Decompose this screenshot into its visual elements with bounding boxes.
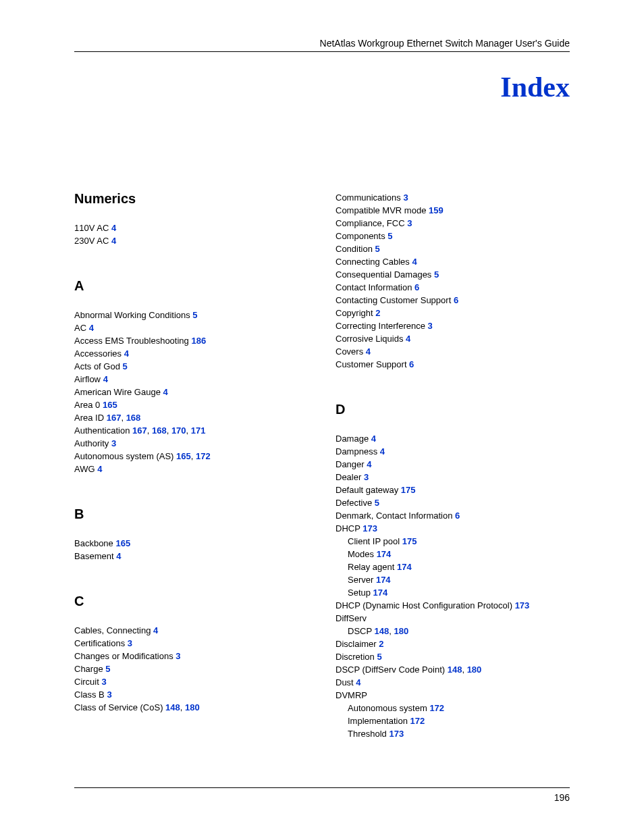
page-link[interactable]: 4 — [111, 236, 116, 246]
page-link[interactable]: 4 — [412, 257, 417, 267]
page-link[interactable]: 168 — [126, 413, 141, 423]
page-link[interactable]: 4 — [406, 334, 410, 344]
page-link[interactable]: 148 — [448, 664, 462, 675]
page-link[interactable]: 186 — [191, 336, 206, 346]
page-link[interactable]: 165 — [103, 400, 117, 410]
page-link[interactable]: 165 — [176, 451, 191, 461]
index-subentry: Relay agent 174 — [336, 561, 570, 573]
entry-label: Access EMS Troubleshooting — [74, 336, 191, 346]
page-link[interactable]: 168 — [152, 425, 167, 436]
entry-label: Discretion — [336, 652, 377, 662]
index-entry: DVMRP — [336, 689, 570, 702]
page-link[interactable]: 167 — [107, 413, 122, 423]
page-link[interactable]: 3 — [403, 192, 408, 203]
entry-label: Client IP pool — [348, 536, 402, 546]
page-link[interactable]: 6 — [409, 359, 414, 369]
page-link[interactable]: 4 — [366, 346, 371, 357]
page-link[interactable]: 173 — [363, 523, 377, 533]
page-link[interactable]: 3 — [364, 472, 369, 482]
page-link[interactable]: 180 — [185, 702, 200, 712]
page-link[interactable]: 174 — [373, 588, 388, 598]
page-link[interactable]: 2 — [379, 639, 383, 649]
page-link[interactable]: 5 — [377, 652, 381, 662]
page-link[interactable]: 5 — [105, 664, 110, 674]
page-link[interactable]: 4 — [111, 223, 116, 233]
page-link[interactable]: 3 — [176, 651, 180, 661]
index-entry: DHCP (Dynamic Host Configuration Protoco… — [336, 599, 570, 612]
page-link[interactable]: 4 — [97, 464, 102, 474]
entry-label: Circuit — [74, 677, 101, 687]
page-link[interactable]: 5 — [192, 310, 197, 320]
index-subentry: Threshold 173 — [336, 727, 570, 740]
page-link[interactable]: 4 — [371, 434, 376, 444]
page-link[interactable]: 172 — [429, 703, 444, 713]
page-link[interactable]: 5 — [434, 269, 439, 280]
page-link[interactable]: 4 — [124, 348, 129, 359]
entry-label: DSCP (DiffServ Code Point) — [336, 664, 448, 675]
page-link[interactable]: 174 — [377, 549, 392, 559]
entry-label: 110V AC — [74, 223, 111, 233]
page-link[interactable]: 148 — [375, 626, 390, 636]
page-link[interactable]: 174 — [376, 575, 391, 585]
page-link[interactable]: 5 — [123, 361, 128, 371]
entry-label: DSCP — [348, 626, 375, 636]
page-link[interactable]: 4 — [163, 387, 168, 397]
page-link[interactable]: 3 — [111, 438, 116, 448]
entry-label: Acts of God — [74, 361, 123, 371]
page-link[interactable]: 5 — [375, 244, 380, 254]
entry-label: Consequential Damages — [336, 269, 434, 280]
index-entry: DSCP (DiffServ Code Point) 148, 180 — [336, 663, 570, 676]
page-link[interactable]: 5 — [387, 231, 392, 241]
page-link[interactable]: 171 — [191, 425, 206, 436]
page-link[interactable]: 4 — [153, 625, 158, 635]
page-link[interactable]: 175 — [401, 485, 416, 495]
page-link[interactable]: 148 — [165, 702, 180, 712]
entry-label: American Wire Gauge — [74, 387, 163, 397]
page-link[interactable]: 180 — [394, 626, 408, 636]
page-link[interactable]: 172 — [196, 451, 211, 461]
page-link[interactable]: 159 — [429, 205, 444, 215]
page-link[interactable]: 174 — [397, 562, 412, 572]
page-link[interactable]: 6 — [414, 282, 419, 292]
entry-label: Certifications — [74, 638, 128, 648]
index-entry: Covers 4 — [336, 345, 570, 358]
page-link[interactable]: 4 — [103, 374, 108, 384]
page-link[interactable]: 167 — [132, 425, 147, 436]
page-link[interactable]: 170 — [171, 425, 186, 436]
entry-label: Area ID — [74, 413, 107, 423]
page-link[interactable]: 2 — [375, 308, 380, 318]
page-link[interactable]: 3 — [428, 321, 433, 331]
page-link[interactable]: 4 — [367, 459, 371, 469]
page-link[interactable]: 173 — [515, 600, 530, 610]
page-link[interactable]: 3 — [407, 218, 412, 228]
page-separator: , — [191, 451, 196, 461]
page-link[interactable]: 172 — [410, 716, 425, 726]
index-entry: Backbone 165 — [74, 537, 308, 550]
index-entry: Dealer 3 — [336, 471, 570, 484]
page-link[interactable]: 3 — [128, 638, 132, 648]
section-gap — [336, 371, 570, 402]
page-link[interactable]: 165 — [115, 538, 130, 548]
page-separator: , — [147, 425, 152, 436]
page-link[interactable]: 6 — [454, 295, 458, 305]
index-entry: Access EMS Troubleshooting 186 — [74, 334, 308, 347]
entry-label: Dampness — [336, 446, 380, 457]
page-link[interactable]: 4 — [89, 323, 94, 333]
page-link[interactable]: 6 — [455, 511, 460, 521]
entry-label: Denmark, Contact Information — [336, 511, 455, 521]
index-section-heading: B — [74, 506, 308, 522]
page-link[interactable]: 5 — [375, 498, 379, 508]
page-link[interactable]: 3 — [107, 689, 111, 700]
entry-label: DiffServ — [336, 613, 367, 623]
page-link[interactable]: 175 — [402, 536, 417, 546]
page-link[interactable]: 4 — [116, 551, 121, 561]
page-link[interactable]: 173 — [389, 729, 404, 739]
index-subentry: Server 174 — [336, 573, 570, 586]
page-link[interactable]: 180 — [467, 664, 482, 675]
index-entry: Copyright 2 — [336, 307, 570, 319]
entry-label: Modes — [348, 549, 377, 559]
page-link[interactable]: 3 — [101, 677, 106, 687]
page-link[interactable]: 4 — [380, 446, 385, 457]
page-link[interactable]: 4 — [356, 677, 360, 687]
section-gap — [74, 475, 308, 506]
